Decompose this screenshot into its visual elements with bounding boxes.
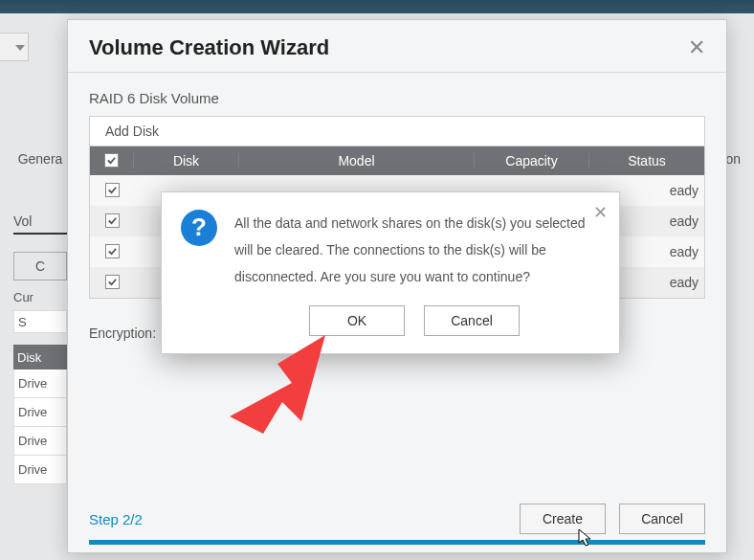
checkbox-icon[interactable] — [105, 183, 120, 197]
disk-table-header: Disk Model Capacity Status — [90, 146, 704, 175]
row-checkbox-cell[interactable] — [90, 275, 134, 290]
bg-drive-row: Drive — [13, 456, 67, 484]
step-indicator: Step 2/2 — [89, 511, 143, 527]
question-icon: ? — [181, 210, 217, 246]
col-disk-header: Disk — [134, 153, 239, 168]
confirm-cancel-button[interactable]: Cancel — [424, 305, 520, 336]
cancel-button[interactable]: Cancel — [619, 504, 705, 534]
bg-drive-row: Drive — [13, 427, 67, 456]
bg-cur-label: Cur — [13, 290, 67, 304]
confirm-ok-button[interactable]: OK — [309, 305, 405, 336]
col-capacity-header: Capacity — [475, 153, 589, 168]
create-button[interactable]: Create — [520, 504, 606, 534]
col-status-header: Status — [589, 153, 704, 168]
wizard-header: Volume Creation Wizard ✕ — [68, 20, 726, 73]
bg-left-panel: Genera Vol C Cur S Disk Drive Drive Driv… — [13, 96, 67, 484]
confirm-close-icon[interactable]: ✕ — [593, 202, 608, 223]
col-model-header: Model — [239, 153, 475, 168]
confirm-message: All the data and network shares on the d… — [234, 210, 600, 290]
add-disk-label: Add Disk — [90, 117, 704, 146]
bg-volume-tab[interactable]: Vol — [13, 210, 67, 235]
wizard-close-icon[interactable]: ✕ — [688, 37, 705, 58]
wizard-progress-bar — [89, 540, 705, 545]
volume-name-label: RAID 6 Disk Volume — [89, 90, 705, 106]
row-checkbox-cell[interactable] — [90, 244, 134, 259]
checkbox-icon[interactable] — [105, 244, 120, 258]
os-titlebar — [0, 0, 754, 13]
bg-general-label: Genera — [13, 151, 67, 167]
bg-drive-row: Drive — [13, 370, 67, 398]
checkbox-icon[interactable] — [105, 213, 120, 228]
confirm-dialog: ✕ ? All the data and network shares on t… — [161, 191, 620, 354]
header-checkbox-cell[interactable] — [90, 153, 134, 168]
bg-drive-row: Drive — [13, 398, 67, 427]
bg-toolbar-dropdown[interactable] — [0, 33, 29, 61]
bg-s-row: S — [13, 310, 67, 333]
bg-disk-header: Disk — [13, 345, 67, 370]
row-checkbox-cell[interactable] — [90, 213, 134, 229]
checkbox-icon[interactable] — [105, 275, 120, 289]
bg-c-button[interactable]: C — [13, 252, 67, 280]
checkbox-icon[interactable] — [104, 153, 119, 168]
wizard-title: Volume Creation Wizard — [89, 35, 329, 60]
row-checkbox-cell[interactable] — [90, 183, 134, 198]
wizard-footer: Step 2/2 Create Cancel — [68, 494, 726, 552]
